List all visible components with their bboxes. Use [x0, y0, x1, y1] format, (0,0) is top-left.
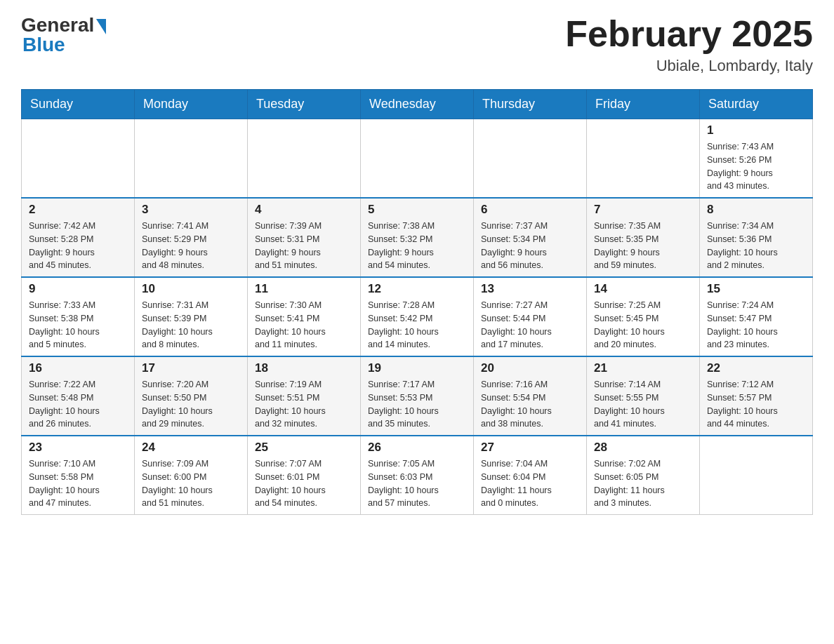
day-number: 5: [368, 203, 466, 217]
calendar-cell: [587, 119, 700, 199]
day-info: Sunrise: 7:31 AM Sunset: 5:39 PM Dayligh…: [142, 299, 240, 351]
day-number: 27: [481, 441, 579, 455]
day-info: Sunrise: 7:09 AM Sunset: 6:00 PM Dayligh…: [142, 457, 240, 510]
day-info: Sunrise: 7:25 AM Sunset: 5:45 PM Dayligh…: [594, 299, 692, 351]
day-info: Sunrise: 7:24 AM Sunset: 5:47 PM Dayligh…: [707, 299, 805, 351]
calendar-cell: 8Sunrise: 7:34 AM Sunset: 5:36 PM Daylig…: [700, 198, 813, 277]
day-info: Sunrise: 7:27 AM Sunset: 5:44 PM Dayligh…: [481, 299, 579, 351]
day-number: 1: [707, 123, 805, 137]
weekday-header-monday: Monday: [135, 90, 248, 119]
logo: General Blue: [21, 14, 106, 56]
day-info: Sunrise: 7:42 AM Sunset: 5:28 PM Dayligh…: [29, 220, 127, 272]
day-info: Sunrise: 7:33 AM Sunset: 5:38 PM Dayligh…: [29, 299, 127, 351]
calendar-cell: [474, 119, 587, 199]
calendar-cell: 19Sunrise: 7:17 AM Sunset: 5:53 PM Dayli…: [361, 356, 474, 436]
calendar-cell: [248, 119, 361, 199]
calendar-cell: 13Sunrise: 7:27 AM Sunset: 5:44 PM Dayli…: [474, 277, 587, 356]
day-number: 17: [142, 361, 240, 375]
calendar-cell: 11Sunrise: 7:30 AM Sunset: 5:41 PM Dayli…: [248, 277, 361, 356]
week-row-2: 2Sunrise: 7:42 AM Sunset: 5:28 PM Daylig…: [22, 198, 813, 277]
day-number: 11: [255, 282, 353, 296]
calendar-cell: 20Sunrise: 7:16 AM Sunset: 5:54 PM Dayli…: [474, 356, 587, 436]
day-info: Sunrise: 7:37 AM Sunset: 5:34 PM Dayligh…: [481, 220, 579, 272]
calendar-cell: 16Sunrise: 7:22 AM Sunset: 5:48 PM Dayli…: [22, 356, 135, 436]
calendar-cell: 9Sunrise: 7:33 AM Sunset: 5:38 PM Daylig…: [22, 277, 135, 356]
day-number: 8: [707, 203, 805, 217]
calendar-table: SundayMondayTuesdayWednesdayThursdayFrid…: [21, 89, 813, 515]
day-info: Sunrise: 7:17 AM Sunset: 5:53 PM Dayligh…: [368, 378, 466, 431]
day-info: Sunrise: 7:30 AM Sunset: 5:41 PM Dayligh…: [255, 299, 353, 351]
day-number: 25: [255, 441, 353, 455]
day-number: 23: [29, 441, 127, 455]
logo-arrow-icon: [96, 19, 106, 34]
day-number: 28: [594, 441, 692, 455]
day-number: 21: [594, 361, 692, 375]
calendar-cell: 2Sunrise: 7:42 AM Sunset: 5:28 PM Daylig…: [22, 198, 135, 277]
day-number: 10: [142, 282, 240, 296]
day-info: Sunrise: 7:14 AM Sunset: 5:55 PM Dayligh…: [594, 378, 692, 431]
calendar-cell: 22Sunrise: 7:12 AM Sunset: 5:57 PM Dayli…: [700, 356, 813, 436]
calendar-cell: 18Sunrise: 7:19 AM Sunset: 5:51 PM Dayli…: [248, 356, 361, 436]
week-row-5: 23Sunrise: 7:10 AM Sunset: 5:58 PM Dayli…: [22, 436, 813, 515]
day-info: Sunrise: 7:41 AM Sunset: 5:29 PM Dayligh…: [142, 220, 240, 272]
day-number: 15: [707, 282, 805, 296]
day-number: 24: [142, 441, 240, 455]
day-number: 20: [481, 361, 579, 375]
calendar-cell: 23Sunrise: 7:10 AM Sunset: 5:58 PM Dayli…: [22, 436, 135, 515]
calendar-cell: 27Sunrise: 7:04 AM Sunset: 6:04 PM Dayli…: [474, 436, 587, 515]
day-number: 16: [29, 361, 127, 375]
calendar-cell: 4Sunrise: 7:39 AM Sunset: 5:31 PM Daylig…: [248, 198, 361, 277]
calendar-cell: 15Sunrise: 7:24 AM Sunset: 5:47 PM Dayli…: [700, 277, 813, 356]
calendar-cell: [22, 119, 135, 199]
weekday-header-wednesday: Wednesday: [361, 90, 474, 119]
day-info: Sunrise: 7:20 AM Sunset: 5:50 PM Dayligh…: [142, 378, 240, 431]
day-number: 9: [29, 282, 127, 296]
calendar-cell: 21Sunrise: 7:14 AM Sunset: 5:55 PM Dayli…: [587, 356, 700, 436]
day-number: 22: [707, 361, 805, 375]
calendar-cell: 5Sunrise: 7:38 AM Sunset: 5:32 PM Daylig…: [361, 198, 474, 277]
day-info: Sunrise: 7:07 AM Sunset: 6:01 PM Dayligh…: [255, 457, 353, 510]
day-number: 7: [594, 203, 692, 217]
calendar-cell: 1Sunrise: 7:43 AM Sunset: 5:26 PM Daylig…: [700, 119, 813, 199]
day-number: 14: [594, 282, 692, 296]
day-info: Sunrise: 7:04 AM Sunset: 6:04 PM Dayligh…: [481, 457, 579, 510]
calendar-cell: 12Sunrise: 7:28 AM Sunset: 5:42 PM Dayli…: [361, 277, 474, 356]
day-info: Sunrise: 7:19 AM Sunset: 5:51 PM Dayligh…: [255, 378, 353, 431]
day-info: Sunrise: 7:43 AM Sunset: 5:26 PM Dayligh…: [707, 140, 805, 193]
day-number: 12: [368, 282, 466, 296]
day-info: Sunrise: 7:35 AM Sunset: 5:35 PM Dayligh…: [594, 220, 692, 272]
calendar-cell: [700, 436, 813, 515]
day-info: Sunrise: 7:10 AM Sunset: 5:58 PM Dayligh…: [29, 457, 127, 510]
day-number: 4: [255, 203, 353, 217]
week-row-3: 9Sunrise: 7:33 AM Sunset: 5:38 PM Daylig…: [22, 277, 813, 356]
weekday-header-friday: Friday: [587, 90, 700, 119]
day-number: 2: [29, 203, 127, 217]
calendar-cell: 28Sunrise: 7:02 AM Sunset: 6:05 PM Dayli…: [587, 436, 700, 515]
calendar-cell: 7Sunrise: 7:35 AM Sunset: 5:35 PM Daylig…: [587, 198, 700, 277]
weekday-header-thursday: Thursday: [474, 90, 587, 119]
calendar-cell: 10Sunrise: 7:31 AM Sunset: 5:39 PM Dayli…: [135, 277, 248, 356]
day-info: Sunrise: 7:39 AM Sunset: 5:31 PM Dayligh…: [255, 220, 353, 272]
logo-blue-text: Blue: [22, 34, 65, 56]
day-info: Sunrise: 7:05 AM Sunset: 6:03 PM Dayligh…: [368, 457, 466, 510]
day-number: 19: [368, 361, 466, 375]
day-number: 3: [142, 203, 240, 217]
calendar-cell: 24Sunrise: 7:09 AM Sunset: 6:00 PM Dayli…: [135, 436, 248, 515]
calendar-cell: 25Sunrise: 7:07 AM Sunset: 6:01 PM Dayli…: [248, 436, 361, 515]
day-info: Sunrise: 7:12 AM Sunset: 5:57 PM Dayligh…: [707, 378, 805, 431]
day-info: Sunrise: 7:34 AM Sunset: 5:36 PM Dayligh…: [707, 220, 805, 272]
weekday-header-tuesday: Tuesday: [248, 90, 361, 119]
day-number: 18: [255, 361, 353, 375]
location-subtitle: Ubiale, Lombardy, Italy: [565, 57, 813, 75]
day-number: 13: [481, 282, 579, 296]
week-row-4: 16Sunrise: 7:22 AM Sunset: 5:48 PM Dayli…: [22, 356, 813, 436]
weekday-header-row: SundayMondayTuesdayWednesdayThursdayFrid…: [22, 90, 813, 119]
calendar-cell: 26Sunrise: 7:05 AM Sunset: 6:03 PM Dayli…: [361, 436, 474, 515]
weekday-header-sunday: Sunday: [22, 90, 135, 119]
day-info: Sunrise: 7:38 AM Sunset: 5:32 PM Dayligh…: [368, 220, 466, 272]
calendar-cell: 3Sunrise: 7:41 AM Sunset: 5:29 PM Daylig…: [135, 198, 248, 277]
weekday-header-saturday: Saturday: [700, 90, 813, 119]
day-info: Sunrise: 7:22 AM Sunset: 5:48 PM Dayligh…: [29, 378, 127, 431]
day-number: 26: [368, 441, 466, 455]
title-section: February 2025 Ubiale, Lombardy, Italy: [565, 14, 813, 75]
